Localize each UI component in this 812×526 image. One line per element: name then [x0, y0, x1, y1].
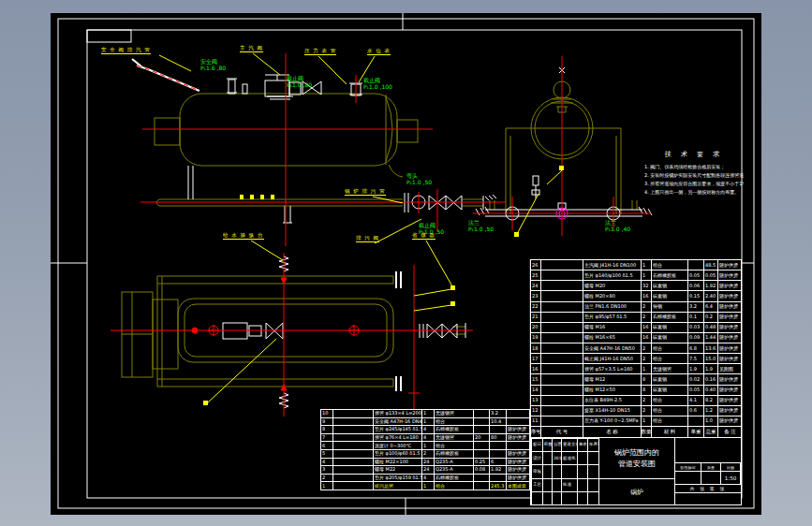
- table-cell: 1: [421, 481, 434, 489]
- table-cell: 石棉橡胶板: [651, 270, 687, 280]
- table-cell: 随炉供货: [717, 322, 742, 332]
- table-cell: 21: [530, 312, 540, 322]
- table-cell: 法兰 PN1.6 DN100: [583, 301, 641, 312]
- table-cell: 标准化: [561, 451, 577, 464]
- label-flange-2: 法兰 P₁1.0 ,40: [605, 219, 630, 232]
- table-cell: 总重: [703, 426, 717, 437]
- table-cell: [540, 416, 583, 426]
- table-cell: 随炉供货: [506, 433, 530, 442]
- table-cell: 螺栓 M12×50: [583, 385, 641, 395]
- table-cell: 18: [530, 343, 540, 353]
- table-cell: 2: [641, 343, 651, 353]
- table-cell: 32: [641, 280, 651, 290]
- label-stop-valve-2: 截止阀 P₁1.0 ,100: [363, 77, 392, 90]
- table-cell: 1: [641, 363, 651, 373]
- table-cell: [577, 491, 587, 504]
- table-cell: 组合: [651, 343, 687, 353]
- table-cell: 20: [473, 433, 489, 442]
- table-cell: 2: [641, 301, 651, 312]
- table-cell: [473, 417, 489, 426]
- table-cell: 15.0: [703, 353, 717, 363]
- table-cell: 接管 φ76×4 L=180: [373, 433, 421, 442]
- table-cell: 4: [421, 433, 434, 442]
- table-cell: 截止阀 J41H-16 DN50: [583, 353, 641, 363]
- table-cell: 14: [530, 385, 540, 395]
- table-cell: [552, 464, 561, 477]
- label-blowdown-pipe: 锅 炉 排 污 管: [345, 188, 386, 196]
- table-cell: 80: [489, 433, 506, 442]
- table-cell: 组合: [651, 395, 687, 405]
- table-cell: [540, 353, 583, 363]
- table-cell: 7: [320, 433, 332, 442]
- table-cell: 垫片 φ205/φ159 δ1.5: [373, 474, 421, 482]
- table-cell: [332, 474, 373, 482]
- table-cell: 碳素钢: [651, 332, 687, 343]
- table-cell: 接管 φ57×3.5 L=160: [583, 363, 641, 373]
- table-cell: 6.4: [703, 301, 717, 312]
- table-cell: 垫片 φ95/φ57 δ1.5: [583, 312, 641, 322]
- table-cell: 0.2: [703, 312, 717, 322]
- table-cell: 0.48: [703, 322, 717, 332]
- table-cell: 单重: [687, 426, 703, 437]
- table-cell: [687, 416, 703, 426]
- bom-table-right: 26主汽阀 J41H-16 DN1001组合48.5随炉供货25垫片 φ140/…: [530, 259, 742, 427]
- table-cell: 螺栓 M16×65: [583, 332, 641, 343]
- table-cell: 20: [530, 322, 540, 332]
- label-elbow: 弯头 P₁1.0 ,50: [406, 172, 432, 185]
- table-cell: [540, 270, 583, 280]
- table-cell: 随炉供货: [717, 353, 742, 363]
- table-cell: 数量: [641, 426, 651, 437]
- table-cell: 见附图: [717, 363, 742, 373]
- table-cell: 0.06: [687, 280, 703, 290]
- table-cell: [540, 405, 583, 416]
- table-cell: 温度计 0~300℃: [373, 441, 421, 449]
- table-cell: 螺栓 M22×100: [373, 458, 421, 466]
- label-blowdown-valve: 排 污 阀: [356, 235, 379, 242]
- table-cell: 接管 φ133×4 L=200: [373, 409, 421, 417]
- label-safety-valve: 安全阀 P₁1.6 ,80: [200, 58, 226, 71]
- table-cell: 组合: [434, 441, 473, 449]
- table-cell: [540, 280, 583, 290]
- table-cell: 组合: [434, 417, 473, 426]
- table-cell: 1.9: [687, 363, 703, 373]
- table-cell: [540, 301, 583, 312]
- table-cell: [577, 451, 587, 464]
- table-cell: 26: [530, 259, 540, 270]
- scale-label: 比例: [721, 463, 741, 471]
- table-cell: [332, 433, 373, 442]
- table-cell: 螺母 M22: [373, 465, 421, 474]
- table-cell: 主汽阀 J41H-16 DN100: [583, 259, 641, 270]
- table-cell: 0.05: [687, 385, 703, 395]
- table-cell: 1.92: [489, 465, 506, 474]
- table-cell: 安全阀 A47H-16 DN50: [583, 343, 641, 353]
- table-cell: 2: [641, 405, 651, 416]
- table-cell: 48.5: [703, 259, 717, 270]
- sheet-count: 共 张 第 张: [675, 485, 741, 493]
- table-cell: 更改文件号: [561, 438, 577, 451]
- table-cell: 0.6: [687, 405, 703, 416]
- table-cell: [540, 322, 583, 332]
- table-cell: 随炉供货: [506, 465, 530, 474]
- table-cell: 随炉供货: [506, 449, 530, 458]
- table-cell: 随炉供货: [717, 416, 742, 426]
- table-cell: 8: [320, 425, 332, 433]
- table-cell: 4: [421, 474, 434, 482]
- table-cell: [587, 451, 598, 464]
- table-cell: 6.8: [687, 343, 703, 353]
- table-cell: [540, 290, 583, 300]
- table-cell: 随炉供货: [717, 280, 742, 290]
- table-cell: 1: [421, 409, 434, 417]
- table-cell: [540, 343, 583, 353]
- table-cell: 6: [320, 441, 332, 449]
- table-cell: 3.2: [489, 409, 506, 417]
- table-cell: 碳素钢: [651, 385, 687, 395]
- table-cell: 签名: [577, 438, 587, 451]
- table-cell: 0.40: [703, 385, 717, 395]
- table-cell: [542, 491, 552, 504]
- table-cell: 垫片 φ245/φ145 δ1.5: [373, 425, 421, 433]
- table-cell: 4: [421, 425, 434, 433]
- table-cell: [332, 481, 373, 489]
- title-block: 标记处数分区更改文件号签名年月日设计2013.6标准化审核工艺批准 锅炉范围内的…: [530, 437, 742, 505]
- table-cell: 10: [320, 409, 332, 417]
- table-cell: [587, 478, 598, 491]
